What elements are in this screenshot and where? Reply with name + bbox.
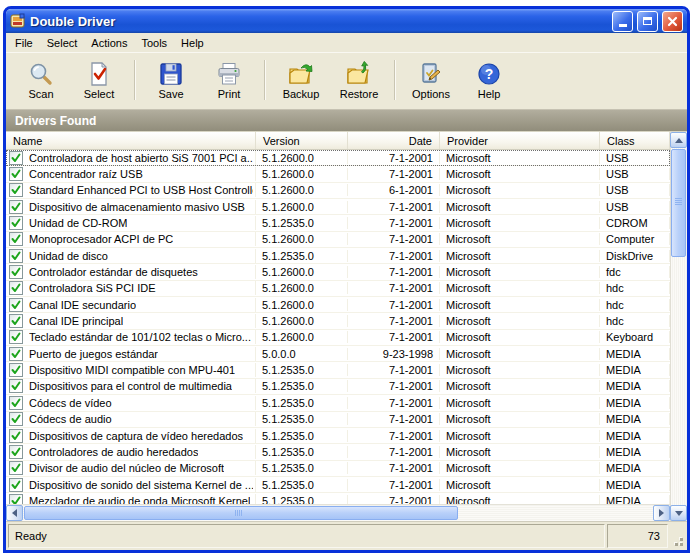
driver-version: 5.1.2535.0 [256, 380, 348, 392]
app-icon [10, 13, 26, 29]
driver-provider: Microsoft [440, 446, 600, 458]
table-row[interactable]: Dispositivo de almacenamiento masivo USB… [6, 199, 670, 215]
table-row[interactable]: Divisor de audio del núcleo de Microsoft… [6, 461, 670, 477]
driver-name: Controlador estándar de disquetes [29, 266, 198, 278]
close-button[interactable] [662, 11, 683, 32]
table-row[interactable]: Canal IDE principal 5.1.2600.0 7-1-2001 … [6, 313, 670, 329]
driver-checkbox[interactable] [9, 216, 23, 230]
driver-provider: Microsoft [440, 495, 600, 504]
scroll-up-button[interactable] [670, 132, 687, 148]
table-row[interactable]: Controladora SiS PCI IDE 5.1.2600.0 7-1-… [6, 281, 670, 297]
driver-checkbox[interactable] [9, 265, 23, 279]
table-row[interactable]: Concentrador raíz USB 5.1.2600.0 7-1-200… [6, 166, 670, 182]
driver-version: 5.1.2535.0 [256, 446, 348, 458]
driver-name: Teclado estándar de 101/102 teclas o Mic… [29, 331, 251, 343]
driver-class: MEDIA [600, 348, 670, 360]
driver-checkbox[interactable] [9, 429, 23, 443]
driver-version: 5.1.2600.0 [256, 201, 348, 213]
table-row[interactable]: Standard Enhanced PCI to USB Host Contro… [6, 183, 670, 199]
driver-checkbox[interactable] [9, 183, 23, 197]
table-row[interactable]: Canal IDE secundario 5.1.2600.0 7-1-2001… [6, 297, 670, 313]
driver-checkbox[interactable] [9, 249, 23, 263]
driver-class: hdc [600, 299, 670, 311]
menu-help[interactable]: Help [174, 35, 211, 51]
table-row[interactable]: Puerto de juegos estándar 5.0.0.0 9-23-1… [6, 346, 670, 362]
select-button[interactable]: Select [70, 57, 128, 103]
column-header-name[interactable]: Name [6, 132, 256, 149]
resize-grip[interactable] [670, 524, 685, 548]
table-row[interactable]: Monoprocesador ACPI de PC 5.1.2600.0 7-1… [6, 232, 670, 248]
help-button[interactable]: ? Help [460, 57, 518, 103]
table-row[interactable]: Dispositivos de captura de vídeo heredad… [6, 428, 670, 444]
column-header-class[interactable]: Class [600, 132, 670, 149]
scan-button[interactable]: Scan [12, 57, 70, 103]
vertical-scrollbar[interactable] [670, 132, 687, 521]
options-button[interactable]: Options [402, 57, 460, 103]
driver-checkbox[interactable] [9, 347, 23, 361]
menu-actions[interactable]: Actions [84, 35, 134, 51]
menu-select[interactable]: Select [40, 35, 85, 51]
driver-name: Códecs de vídeo [29, 397, 112, 409]
driver-checkbox[interactable] [9, 363, 23, 377]
scroll-right-button[interactable] [653, 505, 670, 521]
driver-checkbox[interactable] [9, 232, 23, 246]
backup-button[interactable]: Backup [272, 57, 330, 103]
column-header-version[interactable]: Version [256, 132, 348, 149]
driver-checkbox[interactable] [9, 330, 23, 344]
vertical-scroll-track[interactable] [670, 258, 687, 505]
menu-tools[interactable]: Tools [134, 35, 174, 51]
driver-checkbox[interactable] [9, 412, 23, 426]
save-button[interactable]: Save [142, 57, 200, 103]
driver-checkbox[interactable] [9, 461, 23, 475]
scroll-up-icon [675, 138, 683, 143]
driver-checkbox[interactable] [9, 396, 23, 410]
table-row[interactable]: Códecs de audio 5.1.2535.0 7-1-2001 Micr… [6, 412, 670, 428]
table-row[interactable]: Controladores de audio heredados 5.1.253… [6, 444, 670, 460]
horizontal-scrollbar[interactable] [6, 504, 670, 521]
driver-date: 6-1-2001 [348, 184, 440, 196]
floppy-disk-icon [158, 61, 184, 87]
horizontal-scroll-track[interactable] [458, 505, 653, 521]
minimize-button[interactable] [612, 11, 633, 32]
driver-date: 7-1-2001 [348, 250, 440, 262]
table-row[interactable]: Unidad de disco 5.1.2535.0 7-1-2001 Micr… [6, 248, 670, 264]
table-row[interactable]: Dispositivo de sonido del sistema Kernel… [6, 477, 670, 493]
scroll-left-button[interactable] [6, 505, 23, 521]
column-header-provider[interactable]: Provider [440, 132, 600, 149]
driver-checkbox[interactable] [9, 478, 23, 492]
table-row[interactable]: Códecs de vídeo 5.1.2535.0 7-1-2001 Micr… [6, 395, 670, 411]
driver-checkbox[interactable] [9, 281, 23, 295]
driver-checkbox[interactable] [9, 379, 23, 393]
driver-checkbox[interactable] [9, 167, 23, 181]
svg-text:?: ? [485, 66, 494, 82]
horizontal-scroll-thumb[interactable] [24, 506, 458, 520]
driver-date: 7-1-2001 [348, 152, 440, 164]
restore-button[interactable]: Restore [330, 57, 388, 103]
titlebar[interactable]: Double Driver [6, 9, 687, 33]
driver-checkbox[interactable] [9, 298, 23, 312]
driver-date: 7-1-2001 [348, 217, 440, 229]
maximize-button[interactable] [637, 11, 658, 32]
vertical-scroll-thumb[interactable] [671, 149, 686, 257]
scroll-down-button[interactable] [670, 505, 687, 521]
driver-provider: Microsoft [440, 479, 600, 491]
driver-provider: Microsoft [440, 233, 600, 245]
driver-checkbox[interactable] [9, 151, 23, 165]
table-row[interactable]: Mezclador de audio de onda Microsoft Ker… [6, 493, 670, 504]
table-row[interactable]: Controladora de host abierto SiS 7001 PC… [6, 150, 670, 166]
table-row[interactable]: Dispositivos para el control de multimed… [6, 379, 670, 395]
table-row[interactable]: Dispositivo MIDI compatible con MPU-401 … [6, 362, 670, 378]
check-icon [11, 398, 21, 408]
table-row[interactable]: Controlador estándar de disquetes 5.1.26… [6, 264, 670, 280]
driver-checkbox[interactable] [9, 200, 23, 214]
menu-file[interactable]: File [8, 35, 40, 51]
check-icon [11, 381, 21, 391]
driver-checkbox[interactable] [9, 445, 23, 459]
print-button[interactable]: Print [200, 57, 258, 103]
check-icon [11, 414, 21, 424]
driver-checkbox[interactable] [9, 314, 23, 328]
column-header-date[interactable]: Date [348, 132, 440, 149]
driver-checkbox[interactable] [9, 494, 23, 504]
table-row[interactable]: Teclado estándar de 101/102 teclas o Mic… [6, 330, 670, 346]
table-row[interactable]: Unidad de CD-ROM 5.1.2535.0 7-1-2001 Mic… [6, 215, 670, 231]
